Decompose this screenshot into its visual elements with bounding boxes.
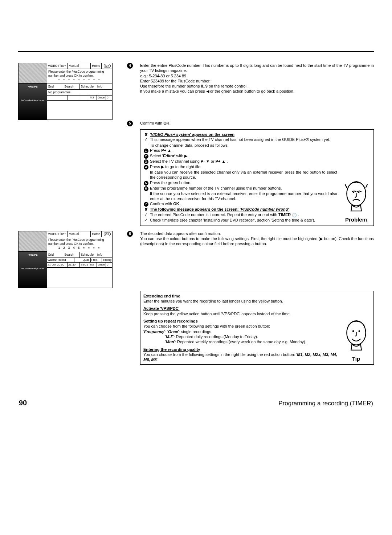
tip-box: Extending end time Enter the minutes you…: [140, 291, 374, 365]
svg-point-4: [352, 330, 354, 332]
osd-tab: Grid: [47, 252, 63, 258]
svg-point-2: [358, 192, 359, 193]
brand-slogan: Let's make things better: [19, 99, 46, 102]
arrow-right-icon: ▶: [161, 165, 164, 169]
tip-text: Enter the minutes you want the recording…: [143, 299, 337, 304]
osd-screenshot-2: PHILIPS Let's make things better VIDEO P…: [18, 231, 113, 288]
substep-4: 4: [144, 165, 148, 170]
osd-hdr: Watch/Record: [47, 258, 74, 262]
step4-mistake: If you make a mistake you can press ◀ or…: [140, 89, 374, 94]
osd-cell: M2: [89, 96, 97, 100]
osd-hdr: Qual.: [74, 258, 91, 262]
problem-wrongcode: The entered PlusCode number is incorrect…: [150, 212, 337, 218]
osd-preview-image: [19, 231, 47, 252]
osd-entry-field: 1 2 3 4 5 = = = =: [48, 246, 111, 251]
header-rule: [18, 51, 374, 52]
substep-6-text: Enter the programme number of the TV cha…: [150, 186, 337, 191]
osd-cell: Once: [97, 96, 106, 100]
osd-tab: Manual: [68, 63, 80, 69]
substep-3-text: Select the TV channel using P- ▼ or P+ ▲…: [150, 159, 337, 164]
osd-no-programmes: No programmes: [47, 90, 112, 96]
step4-usebuttons: Use therefore the number buttons 0..9 on…: [140, 84, 374, 89]
brand-label: PHILIPS: [19, 85, 46, 88]
substep-4-text: Press ▶ to go to the right tile.: [150, 164, 337, 169]
brand-label: PHILIPS: [19, 253, 46, 256]
osd-cell: BBC1: [80, 263, 89, 267]
osd-prompt: Please enter the PlusCode programming nu…: [48, 238, 104, 246]
problem-msg: This message appears when the TV channel…: [150, 137, 337, 142]
osd-tab: Search: [63, 252, 79, 258]
substep-2: 2: [144, 154, 148, 159]
substep-7-text: Confirm with OK .: [150, 201, 337, 206]
osd-hdr: Freq.: [91, 258, 102, 262]
osd-tab: VIDEO Plus+: [47, 63, 68, 69]
page-title: Programming a recording (TIMER): [278, 400, 373, 408]
osd-tab: Schedule: [80, 84, 96, 89]
problem-label: Problem: [342, 216, 371, 223]
tip-text: You can choose from the following settin…: [143, 324, 337, 329]
tip-face-icon: [343, 318, 370, 353]
step-number-6: 6: [127, 231, 133, 237]
osd-tab: Grid: [47, 84, 63, 89]
problem-box: ✘ 'VIDEO Plus+ system' appears on the sc…: [140, 129, 374, 226]
svg-point-1: [353, 192, 354, 193]
substep-1: 1: [144, 149, 148, 153]
check-icon: ✓: [143, 212, 148, 218]
tip-heading: Activate 'VPS/PDC': [143, 306, 179, 311]
osd-hdr: Timing: [102, 258, 112, 262]
guideplus-logo: G+: [104, 64, 111, 68]
cross-icon: ✘: [143, 207, 148, 212]
arrow-down-icon: ▼: [205, 159, 210, 163]
osd-cell: 21-Oct 20:00: [47, 263, 68, 267]
osd-tab-home: Home: [91, 231, 102, 237]
tip-heading: Extending end time: [143, 294, 180, 298]
substep-6-note: If the source you have selected is an ex…: [150, 191, 337, 202]
osd-screenshot-1: PHILIPS Let's make things better VIDEO P…: [18, 63, 113, 120]
arrow-left-icon: ◀: [206, 89, 209, 93]
tip-heading: Setting up repeat recordings: [143, 319, 198, 323]
osd-tab: Schedule: [80, 252, 96, 258]
osd-cell: M2: [89, 263, 97, 267]
tip-label: Tip: [342, 355, 371, 362]
substep-5: 5: [144, 181, 148, 186]
problem-checktime: Check time/date (see chapter 'Installing…: [150, 218, 337, 223]
step6-text-b: You can use the colour buttons to make t…: [140, 236, 374, 247]
step-number-5: 5: [127, 121, 133, 126]
osd-cell: 0: [106, 96, 112, 100]
substep-1-text: Press P+ ▲ .: [150, 148, 337, 153]
step-number-4: 4: [127, 63, 133, 69]
step4-text: Enter the entire PlusCode number. This n…: [140, 63, 374, 73]
arrow-right-icon: ▶: [320, 236, 323, 241]
problem-face-icon: [343, 179, 370, 214]
substep-3: 3: [144, 159, 148, 164]
step4-eg: e.g.: 5-234-89 or 5 234 89: [140, 73, 374, 78]
guideplus-logo: G+: [104, 232, 111, 236]
brand-slogan: Let's make things better: [19, 267, 46, 270]
substep-5-text: Press the green button.: [150, 180, 337, 185]
osd-preview-image: [19, 63, 47, 84]
check-icon: ✓: [143, 137, 148, 143]
substep-7: 7: [144, 202, 148, 207]
osd-ad-panel: PHILIPS Let's make things better: [19, 84, 47, 119]
osd-tab: Manual: [68, 231, 80, 237]
problem-msg2: To change channel data, proceed as follo…: [150, 143, 337, 148]
step6-text-a: The decoded data appears after confirmat…: [140, 231, 374, 236]
tip-heading: Entering the recording quality: [143, 347, 200, 352]
cross-icon: ✘: [143, 132, 148, 137]
arrow-up-icon: ▲: [220, 159, 225, 163]
osd-cell: 21:30: [68, 263, 80, 267]
check-icon: ✓: [143, 218, 148, 223]
arrow-up-icon: ▲: [166, 148, 171, 153]
osd-tab: Info: [96, 252, 112, 258]
page-number: 90: [19, 398, 27, 408]
osd-cell: Once: [97, 263, 106, 267]
osd-tab: Search: [63, 84, 79, 89]
clock-icon: 🕘: [292, 213, 297, 217]
osd-prompt: Please enter the PlusCode programming nu…: [48, 70, 104, 77]
tip-frequency-once: 'Frequency': 'Once': single recordings: [143, 329, 337, 334]
problem-title: 'VIDEO Plus+ system' appears on the scre…: [150, 132, 337, 137]
tip-text: You can choose from the following settin…: [143, 352, 337, 362]
tip-frequency-mon: 'Mon': Repeated weekly recordings (every…: [143, 339, 337, 344]
osd-cell: 0: [106, 263, 112, 267]
tip-text: Keep pressing the yellow action button u…: [143, 311, 337, 316]
